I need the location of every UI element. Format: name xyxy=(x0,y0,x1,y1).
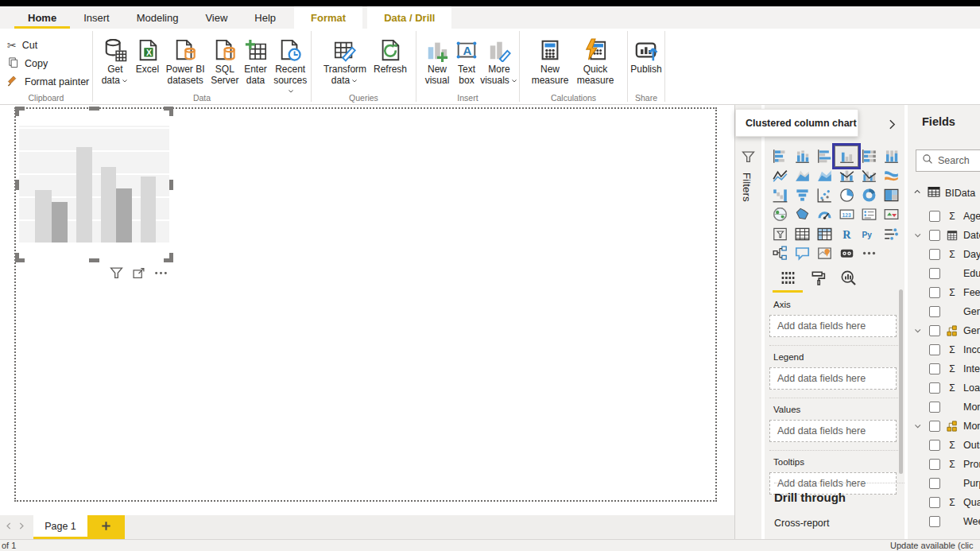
line-and-clustered-column-chart-icon[interactable] xyxy=(858,166,880,186)
resize-handle-bottom-left[interactable] xyxy=(15,253,25,262)
menu-data-drill-contextual[interactable]: Data / Drill xyxy=(367,6,451,29)
table-node-bidata[interactable]: BIData xyxy=(912,184,975,203)
resize-handle-right[interactable] xyxy=(169,180,173,190)
format-painter-button[interactable]: Format painter xyxy=(7,72,92,91)
field-row[interactable]: Date xyxy=(912,226,980,245)
search-input[interactable]: Search xyxy=(916,149,980,172)
field-row[interactable]: ΣAge xyxy=(912,207,980,226)
filters-pane-collapsed[interactable]: Filters xyxy=(734,105,761,539)
publish-button[interactable]: Publish xyxy=(628,29,664,76)
add-page-button[interactable] xyxy=(87,515,125,539)
field-checkbox[interactable] xyxy=(929,325,940,336)
gauge-icon[interactable] xyxy=(813,205,835,225)
field-row[interactable]: ΣFeed xyxy=(912,283,980,302)
scrollbar[interactable] xyxy=(899,289,903,474)
report-canvas[interactable] xyxy=(0,105,734,515)
field-row[interactable]: ΣProm xyxy=(912,455,980,474)
field-row[interactable]: ΣDay_ xyxy=(912,245,980,264)
field-checkbox[interactable] xyxy=(929,402,940,413)
field-row[interactable]: Gend xyxy=(912,302,980,321)
focus-mode-icon[interactable] xyxy=(132,266,145,283)
python-visual-icon[interactable]: Py xyxy=(858,224,880,244)
field-row[interactable]: ΣIncor xyxy=(912,340,980,359)
key-influencers-icon[interactable] xyxy=(880,224,902,244)
analytics-tab[interactable] xyxy=(833,269,863,290)
get-data-button[interactable]: Get data xyxy=(98,29,133,87)
cut-button[interactable]: ✂ Cut xyxy=(7,36,92,54)
field-checkbox[interactable] xyxy=(929,344,940,355)
line-and-stacked-column-chart-icon[interactable] xyxy=(835,166,858,186)
well-dropzone[interactable]: Add data fields here xyxy=(769,420,897,442)
stacked-area-chart-icon[interactable] xyxy=(813,166,835,186)
field-row[interactable]: Educ xyxy=(912,264,980,283)
slicer-icon[interactable] xyxy=(769,224,791,244)
well-dropzone[interactable]: Add data fields here xyxy=(769,367,897,390)
field-checkbox[interactable] xyxy=(929,363,940,374)
next-page-arrow[interactable] xyxy=(15,515,27,539)
resize-handle-bottom[interactable] xyxy=(89,258,99,262)
table-icon[interactable] xyxy=(791,224,813,244)
selected-visual-clustered-column[interactable] xyxy=(17,109,171,260)
area-chart-icon[interactable] xyxy=(791,166,813,186)
format-tab[interactable] xyxy=(803,269,833,290)
new-measure-button[interactable]: New measure xyxy=(528,29,572,86)
more-options-icon[interactable] xyxy=(154,266,168,283)
funnel-chart-icon[interactable] xyxy=(791,185,813,205)
map-icon[interactable] xyxy=(769,205,791,225)
chevron-down-icon[interactable] xyxy=(912,421,924,432)
more-visuals-button[interactable]: More visuals xyxy=(480,29,518,87)
arcgis-map-icon[interactable] xyxy=(813,244,835,264)
matrix-icon[interactable] xyxy=(813,224,835,244)
field-row[interactable]: ΣQuan xyxy=(912,493,980,512)
donut-chart-icon[interactable] xyxy=(858,185,880,205)
field-row[interactable]: ΣOuts xyxy=(912,436,980,455)
field-checkbox[interactable] xyxy=(929,287,940,298)
ribbon-chart-icon[interactable] xyxy=(880,166,902,186)
power-bi-datasets-button[interactable]: Power BI datasets xyxy=(162,29,208,86)
treemap-icon[interactable] xyxy=(880,185,902,205)
resize-handle-top[interactable] xyxy=(89,107,99,111)
more-visuals-ellipsis-icon[interactable] xyxy=(858,244,880,264)
menu-view[interactable]: View xyxy=(192,6,241,29)
pie-chart-icon[interactable] xyxy=(835,185,858,205)
chevron-up-icon[interactable] xyxy=(912,186,923,200)
resize-handle-top-left[interactable] xyxy=(15,107,25,116)
waterfall-chart-icon[interactable] xyxy=(769,185,791,205)
clustered-bar-chart-icon[interactable] xyxy=(813,146,835,166)
decomposition-tree-icon[interactable] xyxy=(769,244,791,264)
field-row[interactable]: ΣLoan xyxy=(912,378,980,398)
field-row[interactable]: Purp xyxy=(912,474,980,493)
stacked-column-chart-icon[interactable] xyxy=(791,146,813,166)
sql-server-button[interactable]: SQL Server xyxy=(208,29,242,86)
line-chart-icon[interactable] xyxy=(769,166,791,186)
transform-data-button[interactable]: Transform data xyxy=(320,29,370,87)
scatter-chart-icon[interactable] xyxy=(813,185,835,205)
kpi-icon[interactable] xyxy=(880,205,902,225)
chevron-down-icon[interactable] xyxy=(912,326,924,336)
resize-handle-left[interactable] xyxy=(15,180,19,190)
menu-format-contextual[interactable]: Format xyxy=(294,6,362,29)
field-row[interactable]: Weel xyxy=(912,512,980,531)
page-tab[interactable]: Page 1 xyxy=(33,515,87,539)
field-checkbox[interactable] xyxy=(929,459,940,470)
enter-data-button[interactable]: Enter data xyxy=(242,29,270,86)
menu-home[interactable]: Home xyxy=(14,6,70,29)
field-checkbox[interactable] xyxy=(929,230,940,241)
new-visual-button[interactable]: New visual xyxy=(421,29,453,86)
field-row[interactable]: Mon xyxy=(912,398,980,417)
hundred-percent-stacked-bar-chart-icon[interactable] xyxy=(858,146,880,166)
field-row[interactable]: ΣInter xyxy=(912,359,980,378)
hundred-percent-stacked-column-chart-icon[interactable] xyxy=(880,146,902,166)
field-row[interactable]: Mon xyxy=(912,417,980,436)
update-available-status[interactable]: Update available (clic xyxy=(890,541,974,550)
multi-row-card-icon[interactable] xyxy=(858,205,880,225)
text-box-button[interactable]: A Text box xyxy=(453,29,480,86)
menu-insert[interactable]: Insert xyxy=(70,6,123,29)
well-dropzone[interactable]: Add data fields here xyxy=(769,315,897,337)
filter-icon[interactable] xyxy=(110,266,123,283)
quick-measure-button[interactable]: Quick measure xyxy=(572,29,618,86)
refresh-button[interactable]: Refresh xyxy=(370,29,410,76)
chevron-down-icon[interactable] xyxy=(912,231,924,241)
excel-button[interactable]: X Excel xyxy=(133,29,163,76)
field-checkbox[interactable] xyxy=(929,421,940,432)
